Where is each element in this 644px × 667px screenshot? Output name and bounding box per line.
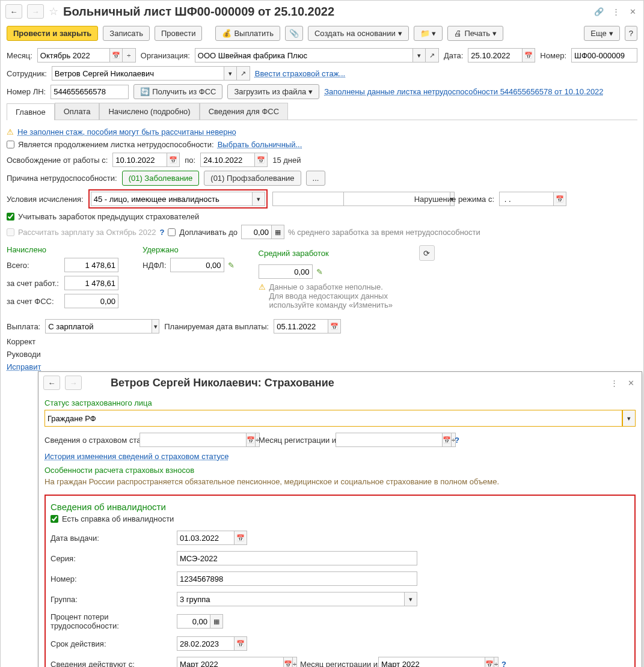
edit-icon[interactable]: ✎ — [228, 261, 235, 270]
reason1-button[interactable]: (01) Заболевание — [122, 171, 200, 186]
calendar-icon[interactable]: 📅 — [246, 433, 256, 447]
spinner-icon[interactable]: ÷ — [293, 657, 297, 667]
topup-input[interactable] — [241, 225, 271, 239]
refresh-button[interactable]: ⟳ — [419, 245, 435, 261]
post-close-button[interactable]: Провести и закрыть — [7, 26, 98, 41]
plan-date-input[interactable] — [274, 319, 328, 334]
fix-link[interactable]: Исправит — [7, 362, 41, 371]
dropdown-icon[interactable]: ▾ — [152, 319, 159, 334]
violation-input[interactable] — [499, 192, 553, 206]
tab-fss[interactable]: Сведения для ФСС — [200, 103, 288, 120]
close-icon[interactable]: ✕ — [627, 5, 639, 17]
dis-group-input[interactable] — [177, 592, 404, 606]
help-icon[interactable]: ? — [455, 436, 459, 445]
help-button[interactable]: ? — [625, 26, 637, 41]
date-input[interactable] — [468, 48, 522, 62]
tab-pay[interactable]: Оплата — [55, 103, 100, 120]
stage-warning-link[interactable]: Не заполнен стаж, пособия могут быть рас… — [17, 127, 236, 136]
help-icon[interactable]: ? — [501, 660, 506, 668]
payout-input[interactable] — [45, 319, 152, 334]
disability-cert-checkbox[interactable] — [51, 515, 58, 523]
calendar-icon[interactable]: 📅 — [234, 531, 247, 545]
dropdown-icon[interactable]: ▾ — [404, 592, 417, 606]
release-to-input[interactable] — [200, 153, 254, 167]
calendar-icon[interactable]: 📅 — [283, 657, 293, 667]
dis-num-input[interactable] — [177, 571, 417, 586]
calendar-icon[interactable]: 📅 — [553, 192, 566, 206]
kebab-icon[interactable]: ⋮ — [608, 377, 620, 389]
reason-more-button[interactable]: ... — [306, 171, 326, 186]
dis-valid-input[interactable] — [177, 657, 283, 667]
num-input[interactable] — [571, 48, 637, 62]
more-button[interactable]: Еще ▾ — [584, 26, 619, 41]
load-file-button[interactable]: Загрузить из файла ▾ — [227, 84, 319, 99]
data-filled-link[interactable]: Заполнены данные листка нетрудоспособнос… — [324, 87, 603, 96]
calendar-icon[interactable]: 📅 — [109, 48, 123, 62]
get-fss-button[interactable]: 🔄 Получить из ФСС — [133, 84, 222, 99]
main-toolbar: Провести и закрыть Записать Провести 💰 В… — [1, 22, 643, 44]
pay-button[interactable]: 💰 Выплатить — [215, 26, 280, 41]
dis-term-input[interactable] — [177, 636, 234, 651]
calendar-icon[interactable]: 📅 — [328, 319, 341, 334]
calendar-icon[interactable]: 📅 — [522, 48, 535, 62]
ln-input[interactable] — [51, 85, 129, 99]
nav-forward-button[interactable]: → — [27, 4, 44, 19]
attachment-button[interactable]: 📎 — [285, 26, 303, 41]
calendar-icon[interactable]: 📅 — [234, 636, 247, 651]
continuation-checkbox[interactable] — [7, 141, 14, 148]
edit-icon[interactable]: ✎ — [316, 267, 323, 276]
open-icon[interactable]: ↗ — [237, 66, 250, 81]
fss-acc-input[interactable] — [64, 294, 118, 308]
dis-series-input[interactable] — [177, 551, 417, 565]
topup-checkbox[interactable] — [168, 228, 176, 236]
calc-icon[interactable]: ▦ — [210, 614, 223, 629]
close-icon[interactable]: ✕ — [625, 377, 637, 389]
print-button[interactable]: 🖨 Печать ▾ — [447, 26, 503, 41]
status-input[interactable] — [44, 410, 622, 427]
nav-forward-button[interactable]: → — [65, 376, 82, 390]
nav-back-button[interactable]: ← — [43, 376, 60, 390]
create-base-button[interactable]: Создать на основании ▾ — [308, 26, 409, 41]
dropdown-icon[interactable]: ▾ — [412, 48, 426, 62]
dropdown-icon[interactable]: ▾ — [224, 66, 237, 81]
dropdown-icon[interactable]: ▾ — [622, 410, 636, 427]
spinner-icon[interactable]: ÷ — [123, 48, 136, 62]
prev-earnings-checkbox[interactable] — [7, 213, 14, 221]
reason2-button[interactable]: (01) Профзаболевание — [204, 171, 301, 186]
month-input[interactable] — [37, 48, 109, 62]
post-button[interactable]: Провести — [155, 26, 203, 41]
dropdown-icon[interactable]: ▾ — [252, 192, 265, 206]
tab-accrued[interactable]: Начислено (подробно) — [99, 103, 199, 120]
dis-date-input[interactable] — [177, 531, 234, 545]
favorite-icon[interactable]: ☆ — [49, 5, 58, 18]
ndfl-input[interactable] — [170, 258, 224, 272]
dis-pct-input[interactable] — [177, 614, 210, 629]
open-icon[interactable]: ↗ — [426, 48, 439, 62]
org-input[interactable] — [195, 48, 412, 62]
save-button[interactable]: Записать — [103, 26, 150, 41]
employer-input[interactable] — [64, 276, 118, 290]
calc-cond-input[interactable] — [91, 192, 252, 206]
reg-month-input[interactable] — [336, 433, 442, 447]
select-sick-link[interactable]: Выбрать больничный... — [218, 140, 302, 149]
insurance-link[interactable]: Ввести страховой стаж... — [255, 69, 345, 78]
link-icon[interactable]: 🔗 — [593, 5, 605, 17]
calc-icon[interactable]: ▦ — [271, 225, 284, 239]
calendar-icon[interactable]: 📅 — [254, 153, 268, 167]
avg-input[interactable] — [259, 264, 313, 279]
release-from-input[interactable] — [112, 153, 167, 167]
help-icon[interactable]: ? — [159, 228, 164, 237]
employee-input[interactable] — [52, 66, 224, 81]
calendar-icon[interactable]: 📅 — [442, 433, 452, 447]
total-input[interactable] — [64, 258, 118, 272]
calendar-icon[interactable]: 📅 — [167, 153, 180, 167]
kebab-icon[interactable]: ⋮ — [610, 5, 622, 17]
spinner-icon[interactable]: ÷ — [494, 657, 498, 667]
tab-main[interactable]: Главное — [7, 103, 55, 120]
calendar-icon[interactable]: 📅 — [485, 657, 494, 667]
goto-button[interactable]: 📁 ▾ — [414, 26, 443, 41]
nav-back-button[interactable]: ← — [5, 4, 22, 19]
dis-reg-input[interactable] — [378, 657, 485, 667]
valid-from-input[interactable] — [140, 433, 246, 447]
status-history-link[interactable]: История изменения сведений о страховом с… — [44, 452, 229, 461]
